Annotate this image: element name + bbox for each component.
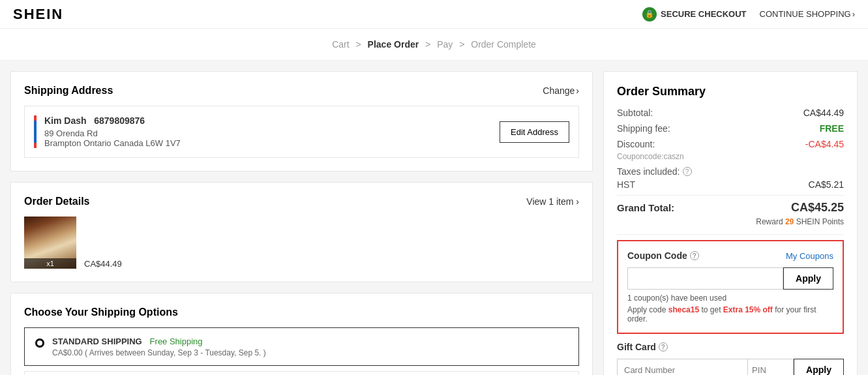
header-right: 🔒 SECURE CHECKOUT CONTINUE SHOPPING › xyxy=(642,7,855,22)
indicator-top xyxy=(34,115,37,121)
right-panel: Order Summary Subtotal: CA$44.49 Shippin… xyxy=(603,71,858,375)
taxes-label: Taxes included: ? xyxy=(617,166,692,177)
chevron-right-icon: › xyxy=(852,9,855,19)
chevron-right-icon: › xyxy=(576,85,579,96)
standard-shipping-details: STANDARD SHIPPING Free Shipping CA$0.00 … xyxy=(52,336,266,357)
breadcrumb-sep2: > xyxy=(425,39,430,50)
gift-card-pin-input[interactable] xyxy=(748,359,794,375)
address-info: Kim Dash 6879809876 89 Orenda Rd Brampto… xyxy=(34,115,181,148)
coupon-section: Coupon Code ? My Coupons Apply 1 coupon(… xyxy=(617,240,844,334)
express-shipping-option[interactable]: EXPRESS SHIPPING xyxy=(24,371,579,375)
standard-shipping-name-row: STANDARD SHIPPING Free Shipping xyxy=(52,336,266,346)
shipping-fee-value: FREE xyxy=(820,123,844,134)
coupon-apply-button[interactable]: Apply xyxy=(783,267,833,290)
main-container: Shipping Address Change › Kim Dash xyxy=(0,61,868,375)
address-indicator xyxy=(34,115,37,148)
radio-inner xyxy=(37,340,42,346)
shipping-fee-row: Shipping fee: FREE xyxy=(617,123,844,134)
customer-name: Kim Dash 6879809876 xyxy=(44,115,181,126)
standard-radio[interactable] xyxy=(34,337,46,349)
standard-shipping-name: STANDARD SHIPPING xyxy=(52,337,142,346)
shipping-fee-label: Shipping fee: xyxy=(617,123,670,134)
subtotal-row: Subtotal: CA$44.49 xyxy=(617,108,844,118)
secure-checkout: 🔒 SECURE CHECKOUT xyxy=(642,7,746,22)
grand-total-value: CA$45.25 xyxy=(791,201,844,215)
breadcrumb-sep1: > xyxy=(356,39,361,50)
standard-shipping-option[interactable]: STANDARD SHIPPING Free Shipping CA$0.00 … xyxy=(24,327,579,366)
discount-value: -CA$4.45 xyxy=(805,139,844,149)
shipping-address-card: Shipping Address Change › Kim Dash xyxy=(10,71,593,172)
breadcrumb-order-complete: Order Complete xyxy=(471,39,536,50)
order-details-title: Order Details xyxy=(24,196,89,207)
reward-text: Reward 29 SHEIN Points xyxy=(617,217,844,226)
left-panel: Shipping Address Change › Kim Dash xyxy=(10,71,593,375)
address-block: Kim Dash 6879809876 89 Orenda Rd Brampto… xyxy=(24,106,579,158)
breadcrumb-sep3: > xyxy=(459,39,464,50)
gift-card-title: Gift Card ? xyxy=(617,342,844,352)
promo-code: sheca15 xyxy=(668,305,699,314)
gift-card-help-icon[interactable]: ? xyxy=(659,342,668,352)
divider xyxy=(617,195,844,196)
address-line1: 89 Orenda Rd xyxy=(44,128,181,138)
shipping-address-header: Shipping Address Change › xyxy=(24,85,579,97)
order-summary-card: Order Summary Subtotal: CA$44.49 Shippin… xyxy=(603,71,858,375)
logo: SHEIN xyxy=(13,6,63,23)
hst-row: HST CA$5.21 xyxy=(617,179,844,190)
order-details-header: Order Details View 1 item › xyxy=(24,196,579,207)
coupon-title: Coupon Code ? xyxy=(627,250,699,261)
item-price: CA$44.49 xyxy=(84,259,122,269)
gift-card-number-input[interactable] xyxy=(617,359,748,375)
breadcrumb-cart[interactable]: Cart xyxy=(332,39,349,50)
grand-total-row: Grand Total: CA$45.25 xyxy=(617,201,844,215)
item-image-container: x1 xyxy=(24,217,76,269)
header: SHEIN 🔒 SECURE CHECKOUT CONTINUE SHOPPIN… xyxy=(0,0,868,29)
shipping-options-title: Choose Your Shipping Options xyxy=(24,307,579,318)
view-item-link[interactable]: View 1 item › xyxy=(526,196,579,207)
breadcrumb: Cart > Place Order > Pay > Order Complet… xyxy=(0,29,868,61)
breadcrumb-pay[interactable]: Pay xyxy=(437,39,453,50)
indicator-bot xyxy=(34,143,37,148)
edit-address-button[interactable]: Edit Address xyxy=(500,121,569,143)
divider2 xyxy=(617,234,844,235)
shipping-address-title: Shipping Address xyxy=(24,85,113,97)
coupon-input-row: Apply xyxy=(627,267,833,290)
coupon-code-used-label: Couponcode:caszn xyxy=(617,152,844,161)
gift-card-section: Gift Card ? Apply xyxy=(617,342,844,375)
subtotal-label: Subtotal: xyxy=(617,108,653,118)
continue-shopping-link[interactable]: CONTINUE SHOPPING › xyxy=(760,9,855,19)
hst-value: CA$5.21 xyxy=(809,179,844,190)
change-address-link[interactable]: Change › xyxy=(543,85,579,96)
taxes-row: Taxes included: ? xyxy=(617,166,844,177)
my-coupons-link[interactable]: My Coupons xyxy=(786,251,833,261)
coupon-used-text: 1 coupon(s) have been used xyxy=(627,293,833,303)
secure-checkout-label: SECURE CHECKOUT xyxy=(661,9,746,19)
discount-row: Discount: -CA$4.45 xyxy=(617,139,844,149)
extra-off-label: Extra 15% off xyxy=(723,305,773,314)
subtotal-value: CA$44.49 xyxy=(803,108,844,118)
lock-icon: 🔒 xyxy=(642,7,657,22)
reward-points: 29 xyxy=(785,217,794,226)
coupon-help-icon[interactable]: ? xyxy=(690,251,699,260)
address-line2: Brampton Ontario Canada L6W 1V7 xyxy=(44,138,181,148)
coupon-header: Coupon Code ? My Coupons xyxy=(627,250,833,261)
gift-card-apply-button[interactable]: Apply xyxy=(794,359,844,375)
breadcrumb-place-order[interactable]: Place Order xyxy=(368,39,419,50)
standard-shipping-cost-arrival: CA$0.00 ( Arrives between Sunday, Sep 3 … xyxy=(52,348,266,357)
discount-label: Discount: xyxy=(617,139,655,149)
indicator-mid xyxy=(34,121,37,143)
gift-card-input-row: Apply xyxy=(617,359,844,375)
grand-total-label: Grand Total: xyxy=(617,202,674,213)
coupon-promo-text: Apply code sheca15 to get Extra 15% off … xyxy=(627,305,833,323)
address-text: Kim Dash 6879809876 89 Orenda Rd Brampto… xyxy=(44,115,181,148)
hst-label: HST xyxy=(617,179,635,190)
order-details-card: Order Details View 1 item › x1 CA$44.49 xyxy=(10,182,593,282)
chevron-right-icon: › xyxy=(576,196,579,207)
order-summary-title: Order Summary xyxy=(617,85,844,98)
free-shipping-label: Free Shipping xyxy=(150,337,203,346)
item-count-badge: x1 xyxy=(24,258,76,269)
shipping-options-card: Choose Your Shipping Options STANDARD SH… xyxy=(10,293,593,375)
coupon-input[interactable] xyxy=(627,267,783,290)
taxes-help-icon[interactable]: ? xyxy=(683,167,692,176)
order-item: x1 CA$44.49 xyxy=(24,217,579,269)
